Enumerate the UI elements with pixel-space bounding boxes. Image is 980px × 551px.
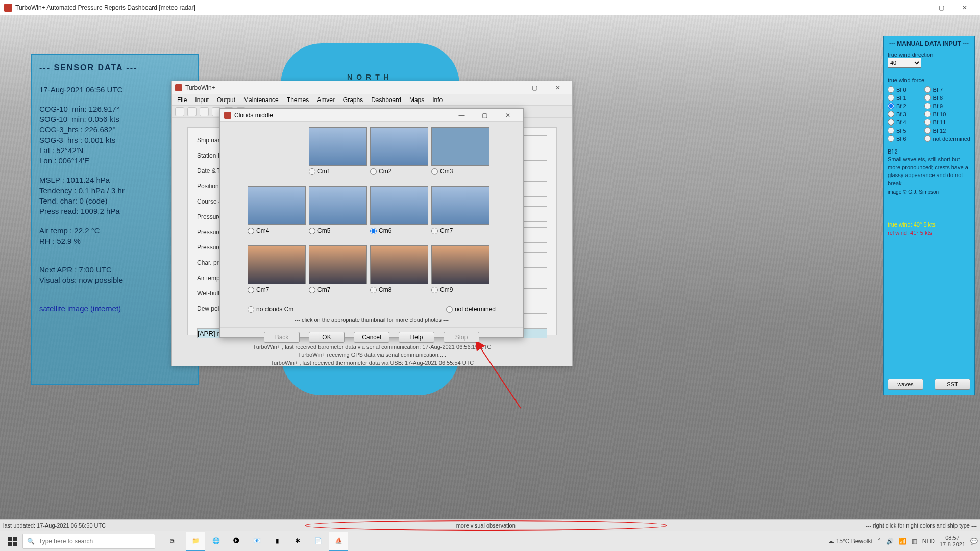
taskbar-app-explorer[interactable]: 📁 — [186, 532, 205, 551]
bf-option-2[interactable]: Bf 2 — [888, 103, 921, 109]
menu-dashboard[interactable]: Dashboard — [371, 96, 401, 104]
bf-option-9[interactable]: Bf 9 — [924, 103, 970, 109]
bf-option-5[interactable]: Bf 5 — [888, 127, 921, 134]
close-button[interactable]: ✕ — [953, 1, 976, 15]
back-button[interactable]: Back — [264, 332, 300, 343]
taskbar-search[interactable]: 🔍 Type here to search — [22, 534, 155, 549]
turbowin-icon — [175, 84, 182, 91]
toolbar-button[interactable] — [200, 107, 209, 116]
clouds-button-row: Back OK Cancel Help Stop — [220, 327, 523, 347]
cloud-option-cm7c[interactable]: Cm7 — [309, 286, 368, 293]
taskbar-app-edge[interactable]: 🅔 — [227, 532, 246, 551]
cloud-thumbnail-cm7c[interactable] — [309, 245, 367, 284]
menu-output[interactable]: Output — [217, 96, 235, 104]
menu-info[interactable]: Info — [432, 96, 443, 104]
cloud-thumbnail-cm1[interactable] — [309, 127, 367, 166]
cloud-option-cm3[interactable]: Cm3 — [431, 168, 491, 175]
bf-option-10[interactable]: Bf 10 — [924, 111, 970, 117]
cloud-option-cm7b[interactable]: Cm7 — [248, 286, 307, 293]
bf-option-11[interactable]: Bf 11 — [924, 119, 970, 126]
toolbar-button[interactable] — [187, 107, 197, 116]
minimize-button[interactable]: — — [907, 1, 930, 15]
clouds-minimize-button[interactable]: — — [450, 108, 473, 122]
menu-input[interactable]: Input — [195, 96, 209, 104]
toolbar-button[interactable] — [175, 107, 184, 116]
tw-maximize-button[interactable]: ▢ — [523, 81, 546, 95]
cloud-thumbnail-cm9[interactable] — [431, 245, 489, 284]
cancel-button[interactable]: Cancel — [354, 332, 389, 343]
bf-option-1[interactable]: Bf 1 — [888, 94, 921, 101]
tray-battery-icon[interactable]: ▥ — [912, 538, 917, 545]
sensor-row: RH : 52.9 % — [39, 236, 190, 246]
tw-minimize-button[interactable]: — — [500, 81, 523, 95]
cloud-thumbnail-cm8[interactable] — [370, 245, 428, 284]
cloud-thumbnail-cm7b[interactable] — [248, 245, 306, 284]
tray-network-icon[interactable]: 📶 — [899, 538, 906, 545]
cloud-option-cm4[interactable]: Cm4 — [248, 227, 307, 234]
taskbar-app-outlook[interactable]: 📧 — [247, 532, 266, 551]
tray-clock[interactable]: 08:57 17-8-2021 — [940, 535, 965, 547]
bf-option-8[interactable]: Bf 8 — [924, 94, 970, 101]
tw-close-button[interactable]: ✕ — [546, 81, 569, 95]
cloud-option-none[interactable]: no clouds Cm — [248, 306, 293, 313]
task-view-button[interactable]: ⧉ — [162, 538, 182, 545]
bf-option-12[interactable]: Bf 12 — [924, 127, 970, 134]
weather-widget[interactable]: ☁ 15°C Bewolkt — [828, 538, 873, 545]
tray-language[interactable]: NLD — [922, 538, 935, 545]
maximize-button[interactable]: ▢ — [930, 1, 953, 15]
bf-option-0[interactable]: Bf 0 — [888, 86, 921, 93]
satellite-image-link[interactable]: satellite image (internet) — [39, 304, 121, 313]
menu-themes[interactable]: Themes — [287, 96, 309, 104]
tray-notifications-icon[interactable]: 💬 — [970, 538, 978, 545]
taskbar-app-turbowin[interactable]: ⛵ — [329, 532, 348, 551]
cloud-thumbnail-cm7[interactable] — [431, 186, 489, 225]
cloud-thumbnail-cm4[interactable] — [248, 186, 306, 225]
bf-option-6[interactable]: Bf 6 — [888, 135, 921, 142]
taskbar-app-misc1[interactable]: ✱ — [288, 532, 307, 551]
main-titlebar: TurboWin+ Automated Pressure Reports Das… — [0, 0, 980, 15]
menu-maintenance[interactable]: Maintenance — [243, 96, 279, 104]
tray-volume-icon[interactable]: 🔊 — [886, 538, 894, 545]
menu-file[interactable]: File — [177, 96, 187, 104]
sensor-row: Visual obs: now possible — [39, 275, 190, 285]
cloud-thumbnail-cm3[interactable] — [431, 127, 489, 166]
sst-button[interactable]: SST — [935, 379, 970, 390]
tray-chevron-icon[interactable]: ˄ — [878, 538, 881, 545]
last-updated: last updated: 17-Aug-2021 06:56:50 UTC — [3, 522, 106, 529]
menu-amver[interactable]: Amver — [317, 96, 335, 104]
wind-readouts: true wind: 40° 5 kts rel wind: 41° 5 kts — [888, 220, 970, 237]
dashboard-background: NORTH SOUTH --- SENSOR DATA --- 17-Aug-2… — [0, 15, 980, 531]
beaufort-grid: Bf 0 Bf 7 Bf 1 Bf 8 Bf 2 Bf 9 Bf 3 Bf 10… — [888, 86, 970, 142]
cloud-option-cm8[interactable]: Cm8 — [370, 286, 429, 293]
taskbar-app-word[interactable]: 📄 — [308, 532, 328, 551]
cloud-option-cm7[interactable]: Cm7 — [431, 227, 491, 234]
bf-option-nd[interactable]: not determined — [924, 135, 970, 142]
cloud-thumbnail-cm5[interactable] — [309, 186, 367, 225]
menu-graphs[interactable]: Graphs — [343, 96, 363, 104]
clouds-grid: Cm1 Cm2 Cm3 Cm4 Cm5 Cm6 Cm7 Cm7 Cm7 Cm8 … — [220, 122, 523, 304]
bf-option-7[interactable]: Bf 7 — [924, 86, 970, 93]
turbowin-titlebar: TurboWin+ — ▢ ✕ — [172, 81, 572, 94]
clouds-maximize-button[interactable]: ▢ — [473, 108, 496, 122]
start-button[interactable] — [2, 531, 22, 552]
help-button[interactable]: Help — [399, 332, 434, 343]
true-wind-direction-select[interactable]: 40 — [888, 58, 921, 68]
cloud-option-cm9[interactable]: Cm9 — [431, 286, 491, 293]
cloud-option-cm5[interactable]: Cm5 — [309, 227, 368, 234]
taskbar-app-chrome[interactable]: 🌐 — [206, 532, 226, 551]
bf-option-3[interactable]: Bf 3 — [888, 111, 921, 117]
menu-maps[interactable]: Maps — [409, 96, 424, 104]
taskbar-app-cmd[interactable]: ▮ — [267, 532, 287, 551]
cloud-option-cm1[interactable]: Cm1 — [309, 168, 368, 175]
cloud-option-not-determined[interactable]: not determined — [446, 306, 496, 313]
cloud-thumbnail-cm2[interactable] — [370, 127, 428, 166]
clouds-close-button[interactable]: ✕ — [496, 108, 519, 122]
cloud-option-cm2[interactable]: Cm2 — [370, 168, 429, 175]
ok-button[interactable]: OK — [309, 332, 345, 343]
waves-button[interactable]: waves — [888, 379, 923, 390]
bf-option-4[interactable]: Bf 4 — [888, 119, 921, 126]
sensor-row: COG-10_min: 126.917° — [39, 104, 190, 114]
cloud-option-cm6[interactable]: Cm6 — [370, 227, 429, 234]
cloud-thumbnail-cm6[interactable] — [370, 186, 428, 225]
stop-button[interactable]: Stop — [444, 332, 479, 343]
